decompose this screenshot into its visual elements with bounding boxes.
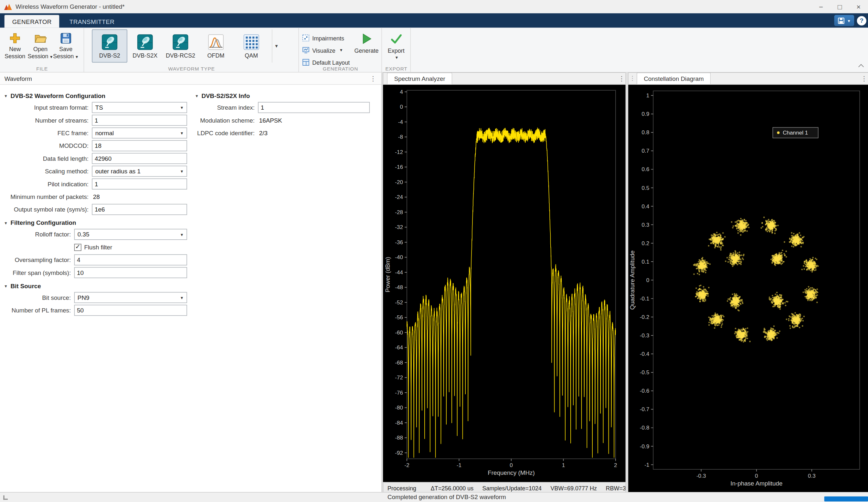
- spectrum-header: Spectrum Analyzer ⋮: [383, 72, 625, 85]
- svg-text:-0.3: -0.3: [696, 473, 706, 479]
- oversampling-input[interactable]: [74, 254, 187, 265]
- section-title-filtering: Filtering Configuration: [10, 219, 76, 226]
- spectrum-ylabel: Power (dBm): [384, 257, 391, 292]
- matlab-logo-icon: [4, 3, 12, 10]
- status-bar: Completed generation of DVB-S2 waveform: [0, 492, 868, 502]
- ribbon-section-waveform-type: DVB-S2 DVB-S2X DVB-RCS2 OFDM QAM ▼: [84, 28, 299, 72]
- waveform-type-dvb-s2x[interactable]: DVB-S2X: [127, 29, 163, 63]
- section-header-bit-source[interactable]: ▼ Bit Source: [4, 283, 381, 290]
- panel-menu-icon[interactable]: ⋮: [369, 74, 377, 82]
- svg-text:0.9: 0.9: [642, 111, 650, 117]
- waveform-panel: Waveform ⋮ ▼ DVB-S2 Waveform Configurati…: [0, 72, 382, 492]
- min-packets-value: 28: [92, 193, 100, 200]
- modcod-input[interactable]: [92, 140, 187, 151]
- spectrum-status-bar: Processing ΔT=256.0000 us Samples/Update…: [383, 482, 625, 493]
- main-area: Waveform ⋮ ▼ DVB-S2 Waveform Configurati…: [0, 72, 868, 492]
- svg-text:-0.8: -0.8: [640, 425, 650, 431]
- close-button[interactable]: ×: [849, 0, 868, 13]
- svg-text:-2: -2: [404, 462, 409, 468]
- panel-splitter[interactable]: [626, 72, 629, 492]
- scaling-method-dropdown[interactable]: outer radius as 1▼: [92, 165, 187, 177]
- tab-generator[interactable]: GENERATOR: [4, 15, 60, 28]
- svg-text:-12: -12: [395, 149, 403, 155]
- maximize-icon: □: [838, 3, 842, 11]
- panel-menu-icon[interactable]: ⋮: [860, 74, 868, 82]
- waveform-type-qam[interactable]: QAM: [234, 29, 269, 63]
- scaling-method-label: Scaling method:: [4, 168, 89, 175]
- default-layout-label: Default Layout: [312, 59, 350, 66]
- stream-index-input[interactable]: [258, 102, 370, 113]
- tab-spectrum-analyzer[interactable]: Spectrum Analyzer: [387, 72, 452, 84]
- visualize-icon: [302, 47, 309, 54]
- pilot-indication-input[interactable]: [92, 179, 187, 190]
- waveform-panel-header: Waveform ⋮: [0, 72, 381, 85]
- number-of-streams-input[interactable]: [92, 115, 187, 126]
- generate-label: Generate: [354, 47, 379, 54]
- minimize-button[interactable]: −: [812, 0, 830, 13]
- bit-source-dropdown[interactable]: PN9▼: [74, 292, 187, 303]
- rolloff-dropdown[interactable]: 0.35▼: [74, 229, 187, 240]
- ldpc-value: 2/3: [258, 130, 268, 137]
- open-session-button[interactable]: Open Session▼: [28, 29, 53, 60]
- ribbon-filler: [411, 28, 868, 72]
- save-session-button[interactable]: Save Session▼: [53, 29, 79, 60]
- export-button[interactable]: Export ▼: [384, 29, 408, 60]
- constellation-axes: 10.90.80.70.60.50.40.30.20.10-0.1-0.2-0.…: [640, 91, 860, 479]
- constellation-legend: Channel 1: [773, 128, 818, 138]
- new-session-button[interactable]: New Session: [2, 29, 28, 60]
- open-session-label-2: Session: [28, 52, 48, 59]
- help-button[interactable]: ?: [857, 16, 866, 25]
- impairments-button[interactable]: Impairments: [300, 33, 353, 43]
- section-title-bit-source: Bit Source: [10, 283, 41, 290]
- svg-text:0: 0: [755, 473, 758, 479]
- fec-frame-dropdown[interactable]: normal▼: [92, 128, 187, 139]
- chevron-down-icon: ▼: [339, 48, 343, 52]
- svg-text:-76: -76: [395, 390, 403, 396]
- svg-text:-36: -36: [395, 239, 403, 245]
- num-pl-frames-input[interactable]: [74, 305, 187, 316]
- filter-span-input[interactable]: [74, 267, 187, 278]
- waveform-type-ofdm[interactable]: OFDM: [198, 29, 234, 63]
- svg-text:-0.5: -0.5: [640, 369, 650, 375]
- panel-menu-icon[interactable]: ⋮: [618, 74, 626, 82]
- chevron-down-icon: ▼: [180, 295, 184, 300]
- chevron-down-icon: ▼: [180, 131, 184, 135]
- data-field-length-input[interactable]: [92, 153, 187, 164]
- export-label: Export: [388, 47, 405, 54]
- progress-bar: [824, 496, 868, 501]
- section-header-filtering[interactable]: ▼ Filtering Configuration: [4, 219, 381, 226]
- svg-text:-64: -64: [395, 344, 403, 351]
- quick-save-button[interactable]: ▼: [834, 15, 855, 26]
- collapse-triangle-icon: ▼: [4, 284, 8, 288]
- waveform-type-dvb-s2[interactable]: DVB-S2: [92, 29, 127, 63]
- maximize-button[interactable]: □: [830, 0, 849, 13]
- svg-text:-40: -40: [395, 254, 403, 260]
- waveform-type-dvb-rcs2[interactable]: DVB-RCS2: [163, 29, 198, 63]
- svg-text:2: 2: [614, 462, 617, 468]
- input-stream-format-dropdown[interactable]: TS▼: [92, 102, 187, 113]
- stream-index-label: Stream index:: [195, 104, 255, 111]
- tab-constellation-diagram[interactable]: Constellation Diagram: [637, 72, 711, 84]
- ofdm-waveform-icon: [207, 34, 224, 50]
- satellite-icon: [172, 34, 189, 50]
- svg-text:-1: -1: [644, 462, 649, 468]
- waveform-type-more-button[interactable]: ▼: [272, 29, 280, 63]
- drag-handle-icon[interactable]: ⋮: [630, 75, 636, 82]
- checkmark-icon: [390, 32, 403, 45]
- constellation-xlabel: In-phase Amplitude: [730, 480, 782, 487]
- visualize-button[interactable]: Visualize ▼: [300, 45, 353, 56]
- save-session-label-1: Save: [59, 45, 72, 52]
- svg-text:1: 1: [646, 92, 650, 99]
- output-symbol-rate-input[interactable]: [92, 204, 187, 215]
- dropdown-value: 0.35: [78, 231, 90, 238]
- generate-button[interactable]: Generate: [354, 29, 379, 54]
- tab-transmitter[interactable]: TRANSMITTER: [62, 15, 123, 28]
- ribbon-toolstrip: New Session Open Session▼: [0, 28, 868, 73]
- svg-text:0.4: 0.4: [642, 203, 650, 210]
- flush-filter-checkbox[interactable]: ✓: [74, 243, 81, 251]
- svg-text:-1: -1: [457, 462, 462, 468]
- section-header-info[interactable]: ▼ DVB-S2/S2X Info: [195, 92, 380, 99]
- svg-text:-92: -92: [395, 450, 403, 456]
- svg-text:-32: -32: [395, 224, 403, 230]
- spectrum-status-dt: ΔT=256.0000 us: [431, 484, 474, 491]
